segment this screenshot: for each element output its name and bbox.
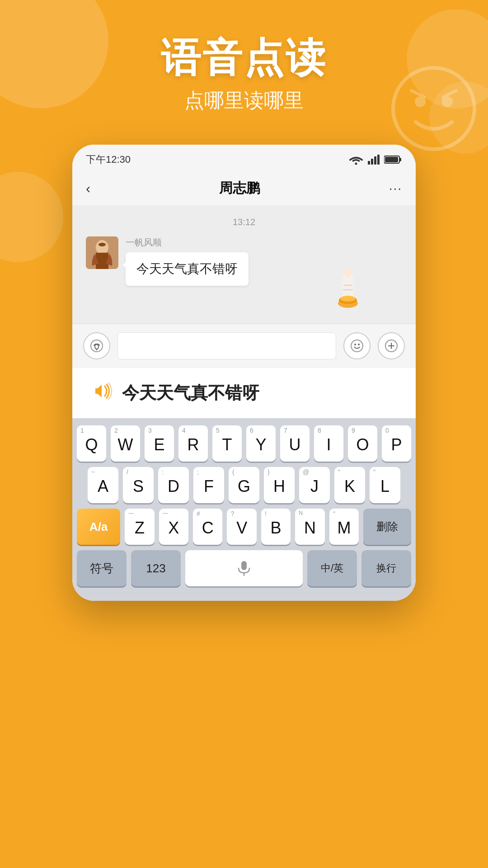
key-z[interactable]: — Z <box>125 509 154 545</box>
message-text: 今天天气真不错呀 <box>136 262 238 276</box>
key-i[interactable]: 8 I <box>314 425 343 462</box>
svg-rect-15 <box>96 253 108 269</box>
svg-point-5 <box>355 163 357 165</box>
chat-area: 13:12 一帆风顺 今天天气真不错呀 <box>72 206 416 324</box>
key-u[interactable]: 7 U <box>280 425 310 462</box>
keyboard: 1 Q 2 W 3 E 4 R 5 T 6 Y <box>72 418 416 601</box>
delete-button[interactable]: 删除 <box>363 509 411 545</box>
enter-label: 换行 <box>376 561 396 575</box>
main-title: 语音点读 <box>0 36 488 80</box>
symbol-label: 符号 <box>90 561 113 576</box>
key-d[interactable]: : D <box>158 467 189 503</box>
back-button[interactable]: ‹ <box>86 181 90 196</box>
svg-rect-7 <box>371 159 373 165</box>
svg-point-27 <box>341 296 355 301</box>
shift-button[interactable]: A/a <box>77 509 120 545</box>
key-e[interactable]: 3 E <box>145 425 174 462</box>
voice-button[interactable] <box>83 332 110 359</box>
lang-label: 中/英 <box>321 561 343 575</box>
key-j[interactable]: @ J <box>299 467 330 503</box>
avatar <box>86 236 118 269</box>
mic-icon <box>236 560 252 576</box>
key-n[interactable]: N N <box>295 509 324 545</box>
sub-title: 点哪里读哪里 <box>0 87 488 114</box>
add-button[interactable] <box>378 332 405 359</box>
key-l[interactable]: " L <box>370 467 400 503</box>
key-row-3: A/a — Z — X # C ? V ! B N <box>77 509 411 545</box>
key-y[interactable]: 6 Y <box>246 425 276 462</box>
shift-label: A/a <box>89 520 108 534</box>
space-button[interactable] <box>185 550 303 586</box>
key-h[interactable]: ) H <box>264 467 295 503</box>
svg-rect-9 <box>377 155 380 165</box>
svg-rect-37 <box>241 561 247 570</box>
symbol-button[interactable]: 符号 <box>77 550 127 586</box>
key-a[interactable]: ~ A <box>88 467 118 503</box>
emoji-button[interactable] <box>343 332 371 359</box>
svg-rect-12 <box>385 157 398 162</box>
speaker-icon <box>95 382 113 404</box>
wifi-icon <box>349 154 363 165</box>
key-o[interactable]: 9 O <box>348 425 377 462</box>
svg-point-29 <box>95 344 99 349</box>
enter-button[interactable]: 换行 <box>361 550 411 586</box>
sender-name: 一帆风顺 <box>126 236 249 249</box>
signal-icon <box>368 155 380 165</box>
key-k[interactable]: " K <box>334 467 365 503</box>
message-bubble[interactable]: 今天天气真不错呀 <box>126 252 249 286</box>
key-f[interactable]: ; F <box>193 467 224 503</box>
key-w[interactable]: 2 W <box>111 425 140 462</box>
delete-label: 删除 <box>376 519 398 534</box>
reading-text: 今天天气真不错呀 <box>122 382 259 405</box>
chat-header: ‹ 周志鹏 ··· <box>72 171 416 206</box>
status-bar: 下午12:30 <box>72 145 416 171</box>
svg-rect-8 <box>374 156 376 165</box>
key-x[interactable]: — X <box>159 509 188 545</box>
svg-point-24 <box>344 269 352 278</box>
status-icons <box>349 154 402 165</box>
key-row-2: ~ A / S : D ; F ( G ) H <box>77 467 411 503</box>
key-t[interactable]: 5 T <box>212 425 242 462</box>
input-bar <box>72 324 416 368</box>
header-section: 语音点读 点哪里读哪里 <box>0 0 488 114</box>
hand-pointer <box>325 260 371 315</box>
key-b[interactable]: ! B <box>261 509 291 545</box>
status-time: 下午12:30 <box>86 153 131 166</box>
bg-decoration-bl <box>0 172 63 262</box>
svg-point-32 <box>354 344 356 345</box>
key-m[interactable]: ° M <box>329 509 359 545</box>
key-v[interactable]: ? V <box>227 509 256 545</box>
num-label: 123 <box>146 561 165 576</box>
key-row-4: 符号 123 中/英 换行 <box>77 550 411 586</box>
key-p[interactable]: 0 P <box>382 425 411 462</box>
reading-popup: 今天天气真不错呀 <box>72 368 416 418</box>
key-c[interactable]: # C <box>193 509 222 545</box>
num-button[interactable]: 123 <box>131 550 181 586</box>
phone-mockup: 下午12:30 ‹ 周志鹏 · <box>72 145 416 601</box>
text-input[interactable] <box>117 332 336 359</box>
key-q[interactable]: 1 Q <box>77 425 106 462</box>
svg-point-33 <box>358 344 360 345</box>
key-g[interactable]: ( G <box>229 467 259 503</box>
key-row-1: 1 Q 2 W 3 E 4 R 5 T 6 Y <box>77 425 411 462</box>
svg-rect-6 <box>368 161 370 165</box>
svg-point-31 <box>351 340 363 352</box>
key-s[interactable]: / S <box>123 467 154 503</box>
chat-title: 周志鹏 <box>219 179 260 198</box>
message-content: 一帆风顺 今天天气真不错呀 <box>126 236 249 286</box>
chat-timestamp: 13:12 <box>86 217 402 227</box>
lang-button[interactable]: 中/英 <box>307 550 357 586</box>
key-r[interactable]: 4 R <box>178 425 208 462</box>
svg-point-18 <box>99 243 106 246</box>
svg-rect-11 <box>399 158 401 161</box>
more-button[interactable]: ··· <box>389 181 402 196</box>
svg-point-14 <box>96 240 108 255</box>
battery-icon <box>384 155 402 165</box>
